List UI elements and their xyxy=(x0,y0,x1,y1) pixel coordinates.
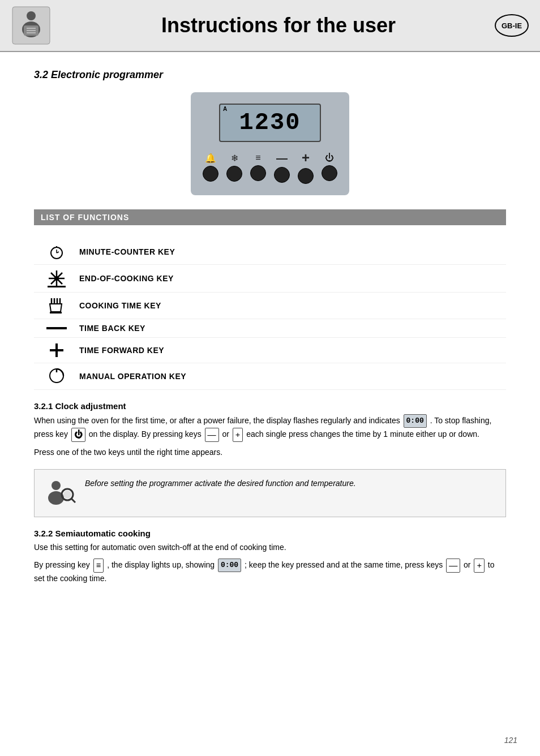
eoc-symbol: ❄ xyxy=(231,153,238,164)
end-of-cooking-icon xyxy=(34,269,79,287)
btn-eoc-group: ❄ xyxy=(226,153,242,182)
header-logo xyxy=(11,6,51,45)
list-item: MANUAL OPERATION KEY xyxy=(34,363,506,390)
btn-plus xyxy=(298,168,314,184)
lcd-a-label: A xyxy=(223,106,228,112)
minute-counter-icon xyxy=(34,244,79,260)
lcd-display: A 1230 xyxy=(219,104,321,142)
subsection-322-title: 3.2.2 Semiautomatic cooking xyxy=(34,529,506,538)
btn-plus-group: + xyxy=(298,150,314,184)
btn-manual xyxy=(322,165,337,181)
note-text: Before setting the programmer activate t… xyxy=(85,478,356,489)
cooking-symbol: ≡ xyxy=(255,153,260,163)
semiauto-plus-inline: + xyxy=(474,559,485,573)
main-content: 3.2 Electronic programmer A 1230 🔔 ❄ xyxy=(0,52,540,601)
list-item: END-OF-COOKING KEY xyxy=(34,265,506,293)
time-forward-label: TIME FORWARD KEY xyxy=(79,346,164,355)
btn-minus-group: — xyxy=(274,152,290,183)
clock-para1d: each single press changes the time by 1 … xyxy=(246,429,479,439)
functions-header: LIST OF FUNCTIONS xyxy=(34,209,506,225)
minus-symbol: — xyxy=(276,152,288,165)
svg-point-15 xyxy=(54,276,59,281)
btn-eoc xyxy=(226,166,242,182)
svg-rect-16 xyxy=(48,286,66,287)
btn-bell xyxy=(203,166,218,182)
cooking-time-icon xyxy=(34,297,79,314)
clock-para1a: When using the oven for the first time, … xyxy=(34,416,400,425)
list-item: TIME BACK KEY xyxy=(34,319,506,338)
minute-counter-label: MINUTE-COUNTER KEY xyxy=(79,247,175,256)
country-badge: GB-IE xyxy=(495,14,529,37)
svg-point-31 xyxy=(63,491,71,499)
page-header: Instructions for the user GB-IE xyxy=(0,0,540,52)
time-back-label: TIME BACK KEY xyxy=(79,324,145,333)
functions-section: LIST OF FUNCTIONS MINUTE-COUNTER KEY xyxy=(34,209,506,390)
svg-point-27 xyxy=(52,481,61,490)
clock-adjustment-para1: When using the oven for the first time, … xyxy=(34,414,506,442)
btn-cooking xyxy=(250,165,266,181)
manual-symbol: ⏻ xyxy=(325,153,334,163)
or2: or xyxy=(464,560,470,569)
plus-symbol: + xyxy=(302,150,310,166)
svg-line-30 xyxy=(71,499,75,502)
btn-minus xyxy=(274,167,290,183)
display-000-inline: 0:00 xyxy=(404,414,427,428)
list-item: COOKING TIME KEY xyxy=(34,293,506,319)
semiauto-minus-inline: — xyxy=(446,559,460,573)
end-of-cooking-label: END-OF-COOKING KEY xyxy=(79,274,174,283)
semiauto-para2a: By pressing key xyxy=(34,560,90,569)
page-title: Instructions for the user xyxy=(62,14,495,37)
bell-symbol: 🔔 xyxy=(205,153,216,164)
semiauto-para2: By pressing key ≡ , the display lights u… xyxy=(34,559,506,585)
btn-manual-group: ⏻ xyxy=(322,153,337,181)
btn-bell-group: 🔔 xyxy=(203,153,218,182)
manual-operation-label: MANUAL OPERATION KEY xyxy=(79,372,186,381)
semiauto-para2c: ; keep the key pressed and at the same t… xyxy=(245,560,443,569)
cooking-time-label: COOKING TIME KEY xyxy=(79,301,161,310)
svg-rect-24 xyxy=(50,349,63,351)
or1: or xyxy=(222,429,229,439)
note-icon xyxy=(45,478,76,509)
time-back-icon xyxy=(34,325,79,332)
section-title: 3.2 Electronic programmer xyxy=(34,69,506,81)
semiauto-para1: Use this setting for automatic oven swit… xyxy=(34,542,506,554)
minus-key-inline: — xyxy=(205,428,219,442)
plus-key-inline: + xyxy=(233,428,243,442)
semiauto-para2b: , the display lights up, showing xyxy=(107,560,215,569)
time-forward-icon xyxy=(34,342,79,358)
note-box: Before setting the programmer activate t… xyxy=(34,469,506,517)
page-number: 121 xyxy=(504,736,517,745)
cooking-key-inline: ≡ xyxy=(93,559,104,573)
svg-rect-22 xyxy=(46,327,67,329)
manual-key-inline: ⏻ xyxy=(71,428,85,442)
list-item: MINUTE-COUNTER KEY xyxy=(34,239,506,265)
button-row: 🔔 ❄ ≡ — xyxy=(203,150,337,184)
programmer-box: A 1230 🔔 ❄ ≡ xyxy=(191,92,349,195)
manual-operation-icon xyxy=(34,368,79,385)
clock-para1c: on the display. By pressing keys xyxy=(89,429,202,439)
clock-adjustment-para2: Press one of the two keys until the righ… xyxy=(34,446,506,459)
subsection-321-title: 3.2.1 Clock adjustment xyxy=(34,401,506,411)
lcd-time: 1230 xyxy=(239,109,301,136)
semiauto-display-inline: 0:00 xyxy=(218,559,241,572)
list-item: TIME FORWARD KEY xyxy=(34,338,506,363)
programmer-image: A 1230 🔔 ❄ ≡ xyxy=(34,92,506,195)
btn-cooking-group: ≡ xyxy=(250,153,266,181)
functions-table: LIST OF FUNCTIONS xyxy=(34,209,506,225)
svg-rect-21 xyxy=(50,312,62,313)
svg-point-1 xyxy=(27,11,36,20)
